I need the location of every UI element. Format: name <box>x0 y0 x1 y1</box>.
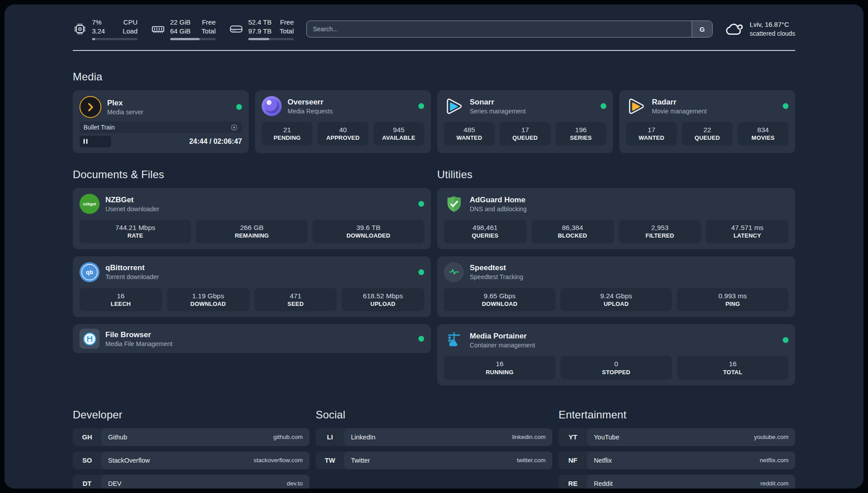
ram-free-value: 22 GiB <box>170 18 191 27</box>
sonarr-queued-tile: 17 QUEUED <box>500 122 551 146</box>
cpu-progress-fill <box>92 38 95 40</box>
stat-label: FILTERED <box>622 232 699 239</box>
search-engine-button[interactable]: G <box>692 21 712 37</box>
nzbget-downloaded-tile: 39.6 TB DOWNLOADED <box>313 220 424 243</box>
bookmark-reddit[interactable]: RE Redditreddit.com <box>559 475 795 489</box>
ram-total-value: 64 GiB <box>170 27 191 36</box>
ram-icon <box>151 22 165 36</box>
sonarr-card[interactable]: Sonarr Series management 485 WANTED 17 Q… <box>437 90 613 153</box>
weather-widget: Lviv, 16.87°C scattered clouds <box>725 20 795 38</box>
stat-value: 16 <box>680 359 786 368</box>
stop-session-icon[interactable] <box>230 124 238 131</box>
stat-value: 9.24 Gbps <box>563 292 669 300</box>
bookmark-twitter[interactable]: TW Twittertwitter.com <box>316 451 552 469</box>
bookmark-youtube[interactable]: YT YouTubeyoutube.com <box>559 428 795 446</box>
bookmark-netflix[interactable]: NF Netflixnetflix.com <box>559 451 795 469</box>
qbittorrent-leech-tile: 16 LEECH <box>79 288 162 312</box>
nzbget-card[interactable]: nzbget NZBGet Usenet downloader 744.21 M… <box>73 188 431 249</box>
section-title-utilities: Utilities <box>437 168 795 181</box>
nzbget-description: Usenet downloader <box>105 205 159 213</box>
ram-progress-fill <box>170 38 200 40</box>
disk-progress-fill <box>248 38 269 40</box>
bookmark-abbrev: DT <box>73 475 101 489</box>
sonarr-series-tile: 196 SERIES <box>555 122 606 146</box>
stat-value: 744.21 Mbps <box>82 223 188 232</box>
qbittorrent-icon: qb <box>79 262 100 282</box>
plex-description: Media server <box>107 109 143 116</box>
bookmark-url: twitter.com <box>517 457 546 464</box>
cpu-progress-track <box>92 38 138 40</box>
cpu-load-label: Load <box>123 27 138 36</box>
qbittorrent-card[interactable]: qb qBittorrent Torrent downloader 16 LEE… <box>73 256 431 318</box>
adguard-title: AdGuard Home <box>470 196 527 205</box>
speedtest-upload-tile: 9.24 Gbps UPLOAD <box>560 288 672 312</box>
dashboard-panel: 7% 3.24 CPU Load <box>4 4 864 489</box>
filebrowser-card[interactable]: File Browser Media File Management <box>73 324 431 353</box>
portainer-stopped-tile: 0 STOPPED <box>560 356 672 380</box>
plex-status-dot <box>236 104 242 110</box>
stat-label: SEED <box>257 301 334 308</box>
bookmark-name: Reddit <box>594 480 613 487</box>
stat-value: 16 <box>82 292 159 300</box>
bookmark-stackoverflow[interactable]: SO StackOverflowstackoverflow.com <box>73 451 309 469</box>
bookmark-dev[interactable]: DT DEVdev.to <box>73 475 309 489</box>
radarr-queued-tile: 22 QUEUED <box>682 122 733 146</box>
filebrowser-title: File Browser <box>105 330 172 339</box>
portainer-card[interactable]: Media Portainer Container management 16 … <box>437 324 795 385</box>
bookmark-abbrev: SO <box>73 451 101 469</box>
stat-label: QUEUED <box>502 134 548 142</box>
social-column: Social LI LinkedInlinkedin.com TW Twitte… <box>316 409 552 489</box>
bookmark-abbrev: LI <box>316 428 344 446</box>
stat-label: APPROVED <box>320 134 366 142</box>
bookmark-linkedin[interactable]: LI LinkedInlinkedin.com <box>316 428 552 446</box>
ram-stat: 22 GiB 64 GiB Free Total <box>151 18 216 40</box>
stat-label: TOTAL <box>680 369 786 376</box>
radarr-card[interactable]: Radarr Movie management 17 WANTED 22 QUE… <box>619 90 795 153</box>
stat-value: 618.52 Mbps <box>344 292 421 300</box>
disk-free-label: Free <box>280 18 294 27</box>
stat-value: 21 <box>264 125 310 134</box>
playback-progress[interactable] <box>79 136 111 147</box>
overseerr-card[interactable]: Overseerr Media Requests 21 PENDING 40 A… <box>255 90 431 153</box>
bookmark-abbrev: RE <box>559 475 587 489</box>
section-title-developer: Developer <box>73 409 309 421</box>
ram-free-label: Free <box>201 18 216 27</box>
qbittorrent-icon-text: qb <box>81 264 98 280</box>
utilities-column: Utilities AdGuard Home DNS and adblockin… <box>437 168 795 385</box>
search-input[interactable] <box>307 21 692 37</box>
overseerr-title: Overseerr <box>288 98 333 107</box>
pause-icon <box>83 138 89 146</box>
filebrowser-icon <box>79 329 100 349</box>
overseerr-pending-tile: 21 PENDING <box>262 122 313 146</box>
cpu-icon <box>73 22 87 36</box>
bookmark-github[interactable]: GH Githubgithub.com <box>73 428 309 446</box>
section-title-entertainment: Entertainment <box>559 409 795 421</box>
stat-label: BLOCKED <box>534 232 611 239</box>
bookmark-name: Netflix <box>594 457 612 464</box>
qbittorrent-title: qBittorrent <box>105 263 159 272</box>
cpu-load-value: 3.24 <box>92 27 105 36</box>
bookmark-name: Twitter <box>351 457 370 464</box>
nzbget-icon: nzbget <box>79 194 100 214</box>
plex-card[interactable]: Plex Media server Bullet Train 24:44 / 0… <box>73 90 249 153</box>
qbittorrent-upload-tile: 618.52 Mbps UPLOAD <box>342 288 424 312</box>
stat-value: 40 <box>320 125 366 134</box>
stat-value: 196 <box>558 125 604 134</box>
stat-label: RATE <box>82 232 188 239</box>
developer-column: Developer GH Githubgithub.com SO StackOv… <box>73 409 309 489</box>
adguard-card[interactable]: AdGuard Home DNS and adblocking 498,461 … <box>437 188 795 249</box>
speedtest-card[interactable]: Speedtest Speedtest Tracking 9.65 Gbps D… <box>437 256 795 318</box>
cpu-stat: 7% 3.24 CPU Load <box>73 18 138 40</box>
filebrowser-status-dot <box>418 336 424 342</box>
speedtest-download-tile: 9.65 Gbps DOWNLOAD <box>444 288 555 312</box>
adguard-blocked-tile: 86,384 BLOCKED <box>531 220 614 243</box>
radarr-title: Radarr <box>652 98 707 107</box>
stat-label: DOWNLOAD <box>170 301 247 308</box>
disk-total-value: 97.9 TB <box>248 27 271 36</box>
disk-progress-track <box>248 38 294 40</box>
stat-label: UPLOAD <box>344 301 421 308</box>
qbittorrent-download-tile: 1.19 Gbps DOWNLOAD <box>167 288 250 312</box>
stat-value: 485 <box>447 125 492 134</box>
sonarr-title: Sonarr <box>470 98 526 107</box>
stat-label: WANTED <box>447 134 492 142</box>
